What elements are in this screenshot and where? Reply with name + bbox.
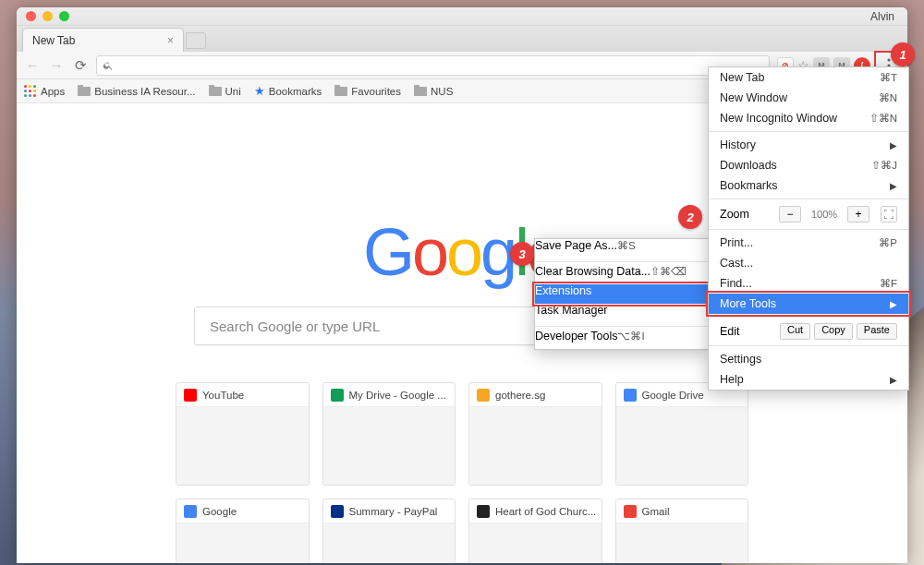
bookmark-folder[interactable]: Favourites <box>334 86 401 97</box>
folder-icon <box>414 87 427 96</box>
menu-item-zoom: Zoom − 100% + <box>709 202 908 226</box>
paste-button[interactable]: Paste <box>857 323 897 340</box>
menu-item-more-tools[interactable]: More Tools▶ <box>709 294 908 314</box>
tile-thumbnail <box>323 407 456 485</box>
bookmark-folder[interactable]: Business IA Resour... <box>78 86 195 97</box>
favicon <box>184 505 197 518</box>
close-window-button[interactable] <box>26 11 36 21</box>
menu-item-help[interactable]: Help▶ <box>709 369 908 390</box>
tile-thumbnail <box>176 523 309 563</box>
browser-tab[interactable]: New Tab × <box>22 28 184 52</box>
menu-item-edit: Edit Cut Copy Paste <box>709 320 908 343</box>
favicon <box>477 505 490 518</box>
favicon <box>624 389 637 402</box>
more-tools-submenu: Save Page As...⌘S Clear Browsing Data...… <box>534 238 710 350</box>
tile-label: gothere.sg <box>495 390 545 401</box>
submenu-item-dev-tools[interactable]: Developer Tools⌥⌘I <box>535 330 709 349</box>
menu-item-new-window[interactable]: New Window⌘N <box>709 88 908 108</box>
site-tile[interactable]: gothere.sg <box>468 382 602 486</box>
favicon <box>184 389 197 402</box>
site-tile[interactable]: My Drive - Google ... <box>322 382 456 486</box>
tile-thumbnail <box>469 407 602 485</box>
favicon <box>624 505 637 518</box>
menu-item-history[interactable]: History▶ <box>709 135 908 155</box>
zoom-in-button[interactable]: + <box>847 206 869 222</box>
bookmark-folder[interactable]: Uni <box>209 86 241 97</box>
search-placeholder: Search Google or type URL <box>210 319 380 334</box>
favicon <box>477 389 490 402</box>
tile-thumbnail <box>469 523 602 563</box>
menu-item-new-incognito[interactable]: New Incognito Window⇧⌘N <box>709 108 908 128</box>
chrome-window: Alvin New Tab × ← → ⟳ ⊘ ☆ M M ( Apps <box>17 7 907 563</box>
site-tile[interactable]: Heart of God Churc... <box>468 499 602 563</box>
tile-label: Heart of God Churc... <box>495 506 596 517</box>
tile-label: YouTube <box>202 390 244 401</box>
menu-item-print[interactable]: Print...⌘P <box>709 233 908 253</box>
bookmark-folder[interactable]: NUS <box>414 86 453 97</box>
titlebar: Alvin <box>17 7 907 26</box>
menu-item-bookmarks[interactable]: Bookmarks▶ <box>709 175 908 196</box>
minimize-window-button[interactable] <box>43 11 53 21</box>
forward-button[interactable]: → <box>48 57 65 74</box>
most-visited-tiles: YouTubeMy Drive - Google ...gothere.sgGo… <box>176 382 748 563</box>
close-tab-icon[interactable]: × <box>167 34 174 47</box>
copy-button[interactable]: Copy <box>814 323 853 340</box>
fullscreen-window-button[interactable] <box>59 11 69 21</box>
tile-thumbnail <box>176 407 309 485</box>
apps-icon <box>24 85 37 98</box>
site-tile[interactable]: Google Drive <box>615 382 749 486</box>
search-icon <box>103 60 114 71</box>
tile-label: My Drive - Google ... <box>349 390 446 401</box>
submenu-item-extensions[interactable]: Extensions <box>535 284 709 304</box>
zoom-percent: 100% <box>808 209 840 220</box>
site-tile[interactable]: YouTube <box>176 382 310 486</box>
window-controls <box>26 11 69 21</box>
tile-label: Google Drive <box>642 390 704 401</box>
zoom-out-button[interactable]: − <box>779 206 801 222</box>
apps-shortcut[interactable]: Apps <box>24 85 65 98</box>
annotation-marker-3: 3 <box>510 242 534 266</box>
menu-item-find[interactable]: Find...⌘F <box>709 273 908 294</box>
annotation-marker-1: 1 <box>891 42 915 66</box>
tile-label: Gmail <box>642 506 670 517</box>
folder-icon <box>78 87 91 96</box>
tile-thumbnail <box>616 523 748 563</box>
tile-thumbnail <box>616 407 748 485</box>
site-tile[interactable]: Google <box>176 499 310 563</box>
fullscreen-button[interactable] <box>881 206 897 222</box>
profile-name[interactable]: Alvin <box>870 10 894 23</box>
star-icon: ★ <box>254 84 265 98</box>
folder-icon <box>334 87 347 96</box>
tile-label: Summary - PayPal <box>349 506 438 517</box>
tile-thumbnail <box>323 523 456 563</box>
menu-item-cast[interactable]: Cast... <box>709 253 908 273</box>
tab-strip: New Tab × <box>17 26 907 52</box>
reload-button[interactable]: ⟳ <box>72 57 89 74</box>
site-tile[interactable]: Gmail <box>615 499 749 563</box>
new-tab-button[interactable] <box>186 32 206 49</box>
favicon <box>331 389 344 402</box>
tab-title: New Tab <box>32 34 75 47</box>
submenu-item-clear-data[interactable]: Clear Browsing Data...⇧⌘⌫ <box>535 265 709 284</box>
tile-label: Google <box>202 506 237 517</box>
menu-item-new-tab[interactable]: New Tab⌘T <box>709 67 908 88</box>
site-tile[interactable]: Summary - PayPal <box>322 499 456 563</box>
submenu-item-task-manager[interactable]: Task Manager <box>535 304 709 323</box>
chrome-main-menu: New Tab⌘T New Window⌘N New Incognito Win… <box>708 66 909 391</box>
menu-item-settings[interactable]: Settings <box>709 349 908 369</box>
back-button[interactable]: ← <box>24 57 41 74</box>
annotation-marker-2: 2 <box>678 205 702 229</box>
menu-item-downloads[interactable]: Downloads⇧⌘J <box>709 155 908 175</box>
submenu-item-save-page[interactable]: Save Page As...⌘S <box>535 239 709 258</box>
bookmark-folder[interactable]: ★Bookmarks <box>254 84 322 98</box>
folder-icon <box>209 87 222 96</box>
cut-button[interactable]: Cut <box>780 323 810 340</box>
favicon <box>331 505 344 518</box>
address-bar[interactable] <box>96 55 770 76</box>
